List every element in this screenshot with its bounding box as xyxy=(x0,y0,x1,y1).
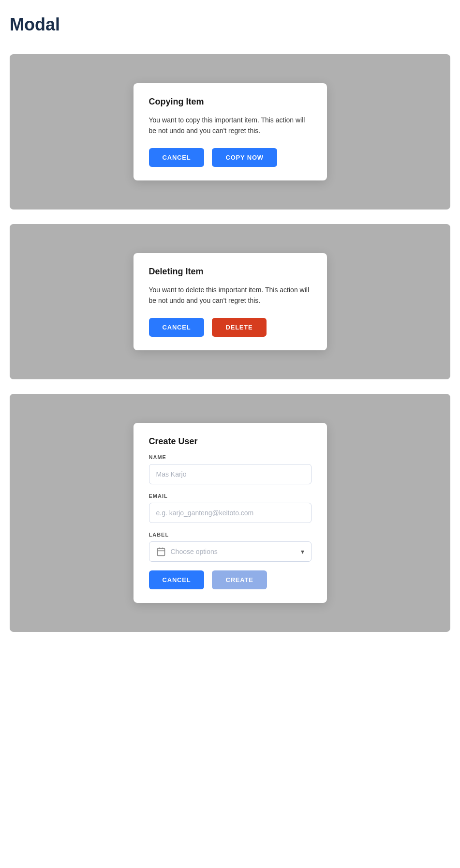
copy-modal-box: Copying Item You want to copy this impor… xyxy=(134,83,327,180)
create-user-modal-container: Create User NAME EMAIL LABEL Choose opti… xyxy=(10,394,450,632)
copy-confirm-button[interactable]: COPY NOW xyxy=(212,148,277,167)
create-user-modal-title: Create User xyxy=(149,436,312,447)
delete-modal-box: Deleting Item You want to delete this im… xyxy=(134,253,327,350)
email-input[interactable] xyxy=(149,503,312,523)
create-user-cancel-button[interactable]: CANCEL xyxy=(149,570,205,589)
copy-modal-container: Copying Item You want to copy this impor… xyxy=(10,54,450,210)
name-field-section: NAME xyxy=(149,454,312,484)
copy-modal-body: You want to copy this important item. Th… xyxy=(149,115,312,136)
delete-modal-body: You want to delete this important item. … xyxy=(149,284,312,306)
label-select-wrapper[interactable]: Choose options ▾ xyxy=(149,541,312,562)
delete-modal-container: Deleting Item You want to delete this im… xyxy=(10,224,450,379)
create-user-modal-box: Create User NAME EMAIL LABEL Choose opti… xyxy=(134,423,327,603)
delete-confirm-button[interactable]: DELETE xyxy=(212,318,266,337)
label-label: LABEL xyxy=(149,532,312,538)
name-label: NAME xyxy=(149,454,312,460)
label-field-section: LABEL Choose options ▾ xyxy=(149,532,312,562)
copy-modal-title: Copying Item xyxy=(149,97,312,107)
label-select-placeholder: Choose options xyxy=(171,548,301,555)
copy-cancel-button[interactable]: CANCEL xyxy=(149,148,205,167)
delete-modal-actions: CANCEL DELETE xyxy=(149,318,312,337)
email-field-section: EMAIL xyxy=(149,493,312,523)
email-label: EMAIL xyxy=(149,493,312,499)
delete-modal-title: Deleting Item xyxy=(149,267,312,277)
calendar-icon xyxy=(156,547,166,556)
name-input[interactable] xyxy=(149,464,312,484)
create-user-modal-actions: CANCEL CREATE xyxy=(149,570,312,589)
copy-modal-actions: CANCEL COPY NOW xyxy=(149,148,312,167)
create-user-create-button[interactable]: CREATE xyxy=(212,570,267,589)
page-title: Modal xyxy=(10,15,450,35)
svg-rect-0 xyxy=(157,548,164,555)
chevron-down-icon: ▾ xyxy=(301,548,304,555)
delete-cancel-button[interactable]: CANCEL xyxy=(149,318,205,337)
